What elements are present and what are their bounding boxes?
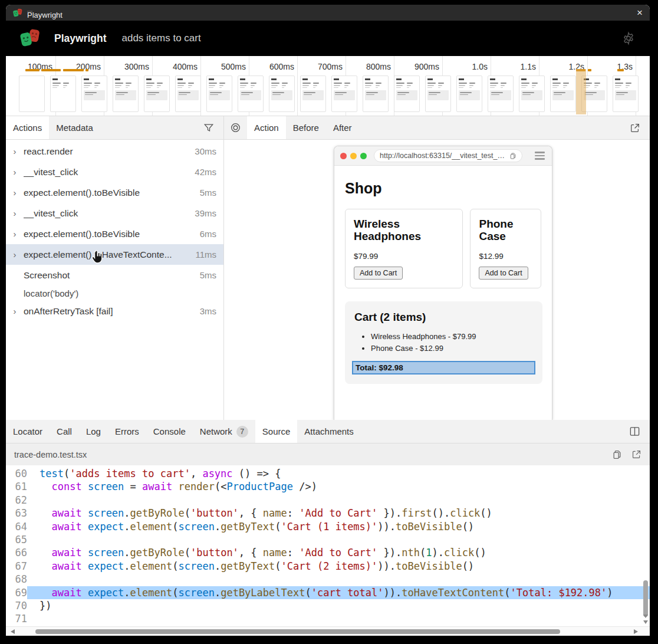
filmstrip-thumbnail[interactable] [519,75,545,112]
code-line[interactable]: 68 [6,573,650,586]
add-to-cart-button[interactable]: Add to Cart [354,267,403,280]
chevron-right-icon[interactable]: › [6,188,24,198]
thumb-mini-cart [615,90,636,100]
tab-network[interactable]: Network7 [193,420,255,443]
code-line[interactable]: 71 [6,612,650,625]
filmstrip-thumbnail[interactable] [488,75,514,112]
tab-label: Source [262,426,291,436]
code-line[interactable]: 62 [6,494,650,507]
tab-actions[interactable]: Actions [6,116,49,139]
thumb-mini-cart [302,90,324,100]
code-line[interactable]: 65 [6,533,650,546]
source-file-name: trace-demo.test.tsx [14,450,87,459]
filmstrip-thumbnail[interactable] [144,75,170,112]
thumb-mini-title [459,78,464,80]
tab-action[interactable]: Action [247,116,286,139]
horizontal-scrollbar[interactable] [6,626,650,636]
code-line[interactable]: 70}) [6,599,650,612]
filmstrip-thumbnail[interactable] [300,75,326,112]
tab-attachments[interactable]: Attachments [297,420,360,443]
timeline-tick-label: 700ms [318,62,346,71]
close-icon[interactable]: × [637,8,643,18]
filmstrip-thumbnail[interactable] [394,75,420,112]
code-text: await screen.getByRole('button', { name:… [27,546,650,559]
action-row[interactable]: ›expect.element().toBeVisible6ms [6,224,223,244]
thumb-mini-cart [271,90,292,100]
code-line[interactable]: 66 await screen.getByRole('button', { na… [6,546,650,559]
chevron-right-icon[interactable]: › [6,306,24,316]
open-snapshot-external-icon[interactable] [624,116,646,139]
thumb-mini-title [271,78,277,80]
thumb-mini-title [396,78,402,80]
pick-locator-target-icon[interactable] [224,116,247,139]
copy-url-icon[interactable] [509,152,516,160]
add-to-cart-button[interactable]: Add to Cart [479,267,528,280]
browser-chrome: http://localhost:63315/__vitest_test__/?… [334,146,552,166]
timeline[interactable]: 100ms200ms300ms400ms500ms600ms700ms800ms… [6,56,650,116]
filmstrip-thumbnail[interactable] [175,75,201,112]
tab-label: Action [254,123,279,133]
timeline-duration-mark [41,69,61,71]
code-line[interactable]: 67 await expect.element(screen.getByText… [6,560,650,573]
filmstrip-thumbnail[interactable] [81,75,107,112]
filter-icon[interactable] [198,116,220,139]
filmstrip-thumbnail[interactable] [425,75,451,112]
timeline-tick-label: 900ms [414,62,442,71]
tab-source[interactable]: Source [255,420,298,443]
tab-call[interactable]: Call [50,420,79,443]
chevron-right-icon[interactable]: › [6,249,24,259]
code-line[interactable]: 64 await expect.element(screen.getByText… [6,520,650,533]
chevron-right-icon[interactable]: › [6,146,24,156]
filmstrip-thumbnail[interactable] [613,75,639,112]
filmstrip-thumbnail[interactable] [363,75,389,112]
tab-metadata[interactable]: Metadata [49,116,100,139]
vertical-scrollbar[interactable] [641,465,650,626]
settings-gear-icon[interactable] [621,31,636,45]
code-text [27,533,650,546]
action-label: expect.element().toHaveTextConte... [24,249,195,260]
thumb-mini-cart [396,90,417,100]
timeline-tick-label: 400ms [173,62,200,71]
filmstrip-thumbnail[interactable] [19,75,45,112]
timeline-selected-band [576,69,586,114]
tab-locator[interactable]: Locator [6,420,50,443]
filmstrip-thumbnail[interactable] [238,75,264,112]
code-line[interactable]: 60test('adds items to cart', async () =>… [6,467,650,480]
tab-before[interactable]: Before [286,116,326,139]
tab-log[interactable]: Log [79,420,108,443]
filmstrip-thumbnail[interactable] [331,75,357,112]
action-row[interactable]: ›onAfterRetryTask [fail]3ms [6,301,223,321]
tab-after[interactable]: After [326,116,359,139]
code-line[interactable]: 61 const screen = await render(<ProductP… [6,480,650,493]
copy-source-icon[interactable] [612,449,622,460]
open-source-external-icon[interactable] [631,449,641,459]
code-line[interactable]: 69 await expect.element(screen.getByLabe… [6,586,650,599]
action-duration: 5ms [200,270,223,280]
filmstrip-thumbnail[interactable] [456,75,482,112]
thumb-mini-title [490,78,495,80]
chevron-right-icon[interactable]: › [6,208,24,218]
thumb-mini-cart [334,90,355,100]
tab-errors[interactable]: Errors [108,420,146,443]
action-row[interactable]: Screenshot5ms [6,265,223,285]
browser-menu-icon[interactable] [535,152,546,159]
filmstrip-thumbnail[interactable] [550,75,576,112]
tab-console[interactable]: Console [146,420,193,443]
action-row[interactable]: ›__vitest_click42ms [6,162,223,182]
action-row[interactable]: ›expect.element().toBeVisible5ms [6,182,223,203]
chevron-right-icon[interactable]: › [6,229,24,239]
snapshot-tab-bar: ActionBeforeAfter [224,116,650,140]
thumb-mini-title [115,78,120,80]
action-row[interactable]: ›react.render30ms [6,141,223,162]
action-row[interactable]: ›__vitest_click39ms [6,203,223,224]
filmstrip-thumbnail[interactable] [269,75,295,112]
code-line[interactable]: 63 await screen.getByRole('button', { na… [6,507,650,520]
action-duration: 3ms [200,306,223,316]
address-bar[interactable]: http://localhost:63315/__vitest_test__/?… [374,149,522,162]
filmstrip-thumbnail[interactable] [206,75,232,112]
chevron-right-icon[interactable]: › [6,167,24,177]
filmstrip-thumbnail[interactable] [113,75,139,112]
action-row[interactable]: ›expect.element().toHaveTextConte...11ms [6,244,223,265]
filmstrip-thumbnail[interactable] [50,75,76,112]
split-columns-icon[interactable] [623,420,646,443]
